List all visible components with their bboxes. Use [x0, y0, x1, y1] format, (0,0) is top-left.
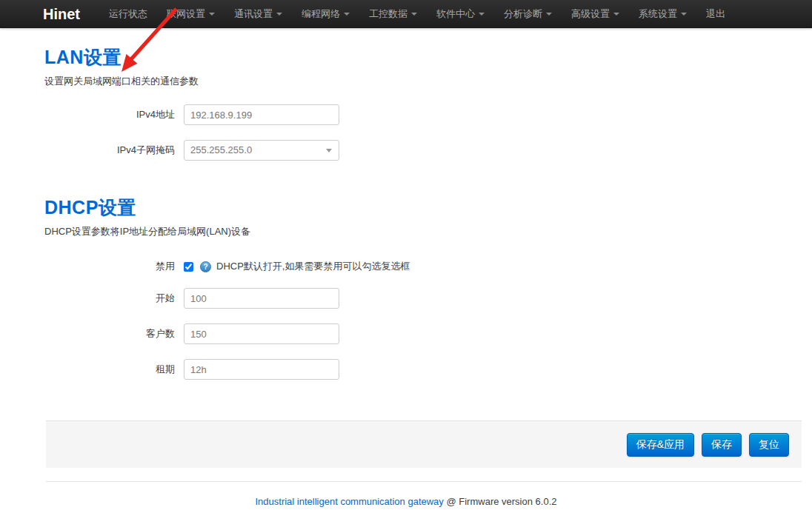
lan-section-subtitle: 设置网关局域网端口相关的通信参数 — [44, 75, 802, 88]
nav-menu: 运行状态 联网设置 通讯设置 编程网络 工控数据 软件中心 分析诊断 高级设置 … — [99, 0, 735, 28]
chevron-down-icon — [681, 13, 687, 16]
page-footer: Industrial intelligent communication gat… — [0, 496, 812, 507]
nav-item-industrial-data[interactable]: 工控数据 — [359, 0, 427, 28]
chevron-down-icon — [613, 13, 619, 16]
dhcp-section-subtitle: DHCP设置参数将IP地址分配给局域网(LAN)设备 — [44, 225, 802, 238]
footer-firmware-version: @ Firmware version 6.0.2 — [446, 496, 556, 507]
lan-section-title: LAN设置 — [44, 45, 802, 70]
ipv4-netmask-selected-value: 255.255.255.0 — [190, 144, 252, 155]
select-dropdown-icon — [326, 149, 332, 152]
chevron-down-icon — [209, 13, 215, 16]
help-question-icon[interactable]: ? — [200, 261, 211, 272]
nav-item-analysis-diagnosis[interactable]: 分析诊断 — [494, 0, 562, 28]
nav-item-software-center[interactable]: 软件中心 — [427, 0, 494, 28]
form-row-dhcp-clients: 客户数 — [44, 323, 802, 344]
dhcp-clients-input[interactable] — [184, 323, 339, 344]
nav-item-network-settings[interactable]: 联网设置 — [157, 0, 224, 28]
nav-item-advanced-settings[interactable]: 高级设置 — [562, 0, 629, 28]
page-actions-bar: 保存&应用 保存 复位 — [46, 420, 802, 468]
footer-divider — [46, 481, 802, 482]
nav-item-logout[interactable]: 退出 — [696, 0, 735, 28]
chevron-down-icon — [479, 13, 485, 16]
brand-logo[interactable]: Hinet — [43, 6, 80, 23]
dhcp-disable-checkbox[interactable] — [184, 262, 193, 272]
save-apply-button[interactable]: 保存&应用 — [627, 433, 694, 457]
form-row-ipv4-netmask: IPv4子网掩码 255.255.255.0 — [44, 140, 802, 161]
ipv4-netmask-select[interactable]: 255.255.255.0 — [184, 140, 339, 161]
ipv4-address-label: IPv4地址 — [44, 108, 184, 121]
footer-gateway-link[interactable]: Industrial intelligent communication gat… — [255, 496, 443, 507]
chevron-down-icon — [546, 13, 552, 16]
save-button[interactable]: 保存 — [702, 433, 742, 457]
dhcp-clients-label: 客户数 — [44, 327, 184, 340]
ipv4-address-input[interactable] — [184, 104, 339, 125]
dhcp-start-input[interactable] — [184, 288, 339, 309]
dhcp-lease-label: 租期 — [44, 363, 184, 376]
form-row-dhcp-disable: 禁用 ? DHCP默认打开,如果需要禁用可以勾选复选框 — [44, 259, 802, 274]
ipv4-netmask-label: IPv4子网掩码 — [44, 144, 184, 157]
nav-item-system-settings[interactable]: 系统设置 — [629, 0, 696, 28]
page-content: LAN设置 设置网关局域网端口相关的通信参数 IPv4地址 IPv4子网掩码 2… — [0, 45, 812, 380]
chevron-down-icon — [276, 13, 282, 16]
top-navbar: Hinet 运行状态 联网设置 通讯设置 编程网络 工控数据 软件中心 分析诊断… — [0, 0, 812, 28]
dhcp-section-title: DHCP设置 — [44, 195, 802, 220]
reset-button[interactable]: 复位 — [749, 433, 789, 457]
nav-item-programming-network[interactable]: 编程网络 — [292, 0, 359, 28]
dhcp-lease-input[interactable] — [184, 359, 339, 380]
nav-item-comm-settings[interactable]: 通讯设置 — [224, 0, 292, 28]
dhcp-start-label: 开始 — [44, 292, 184, 305]
dhcp-disable-help-text: DHCP默认打开,如果需要禁用可以勾选复选框 — [216, 260, 410, 273]
chevron-down-icon — [411, 13, 417, 16]
form-row-dhcp-start: 开始 — [44, 288, 802, 309]
nav-item-run-status[interactable]: 运行状态 — [99, 0, 157, 28]
form-row-dhcp-lease: 租期 — [44, 359, 802, 380]
chevron-down-icon — [344, 13, 350, 16]
dhcp-disable-label: 禁用 — [44, 260, 184, 273]
form-row-ipv4-address: IPv4地址 — [44, 104, 802, 125]
